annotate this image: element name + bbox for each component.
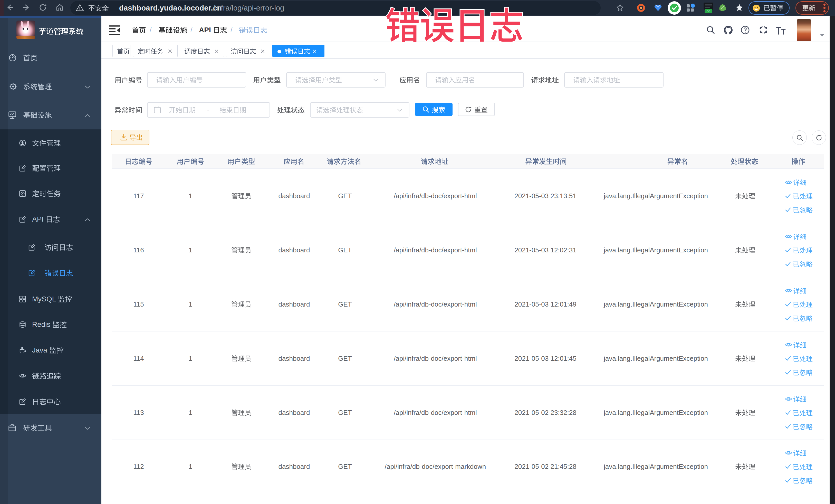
svg-text:on: on xyxy=(707,9,710,13)
